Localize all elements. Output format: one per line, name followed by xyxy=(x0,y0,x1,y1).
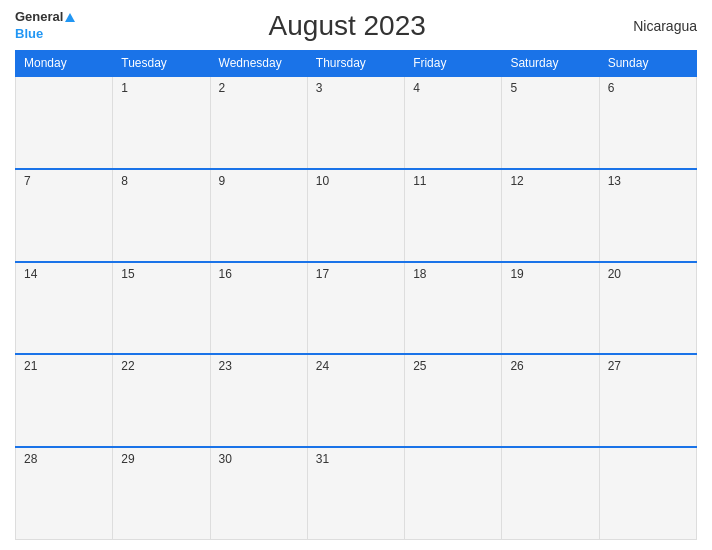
calendar-week-row: 28293031 xyxy=(16,447,697,540)
day-number: 25 xyxy=(413,359,426,373)
day-number: 20 xyxy=(608,267,621,281)
day-number: 30 xyxy=(219,452,232,466)
logo-general: General xyxy=(15,10,63,24)
calendar-day-cell: 4 xyxy=(405,76,502,169)
day-number: 1 xyxy=(121,81,128,95)
day-number: 14 xyxy=(24,267,37,281)
calendar-day-cell: 31 xyxy=(307,447,404,540)
calendar-day-cell: 20 xyxy=(599,262,696,355)
day-number: 23 xyxy=(219,359,232,373)
calendar-day-cell xyxy=(405,447,502,540)
calendar-day-cell: 14 xyxy=(16,262,113,355)
calendar-day-cell xyxy=(599,447,696,540)
calendar-day-cell xyxy=(16,76,113,169)
calendar-header-row: Monday Tuesday Wednesday Thursday Friday… xyxy=(16,51,697,77)
day-number: 16 xyxy=(219,267,232,281)
day-number: 27 xyxy=(608,359,621,373)
calendar-day-cell: 26 xyxy=(502,354,599,447)
calendar-table: Monday Tuesday Wednesday Thursday Friday… xyxy=(15,50,697,540)
calendar-day-cell: 29 xyxy=(113,447,210,540)
calendar-day-cell: 6 xyxy=(599,76,696,169)
calendar-day-cell: 7 xyxy=(16,169,113,262)
day-number: 6 xyxy=(608,81,615,95)
calendar-day-cell: 16 xyxy=(210,262,307,355)
logo-area: General Blue xyxy=(15,10,77,42)
calendar-day-cell: 27 xyxy=(599,354,696,447)
calendar-day-cell: 3 xyxy=(307,76,404,169)
col-sunday: Sunday xyxy=(599,51,696,77)
day-number: 26 xyxy=(510,359,523,373)
calendar-day-cell: 10 xyxy=(307,169,404,262)
calendar-day-cell: 15 xyxy=(113,262,210,355)
calendar-day-cell: 25 xyxy=(405,354,502,447)
col-monday: Monday xyxy=(16,51,113,77)
calendar-day-cell xyxy=(502,447,599,540)
day-number: 12 xyxy=(510,174,523,188)
calendar-week-row: 123456 xyxy=(16,76,697,169)
day-number: 28 xyxy=(24,452,37,466)
day-number: 15 xyxy=(121,267,134,281)
day-number: 8 xyxy=(121,174,128,188)
calendar-day-cell: 28 xyxy=(16,447,113,540)
calendar-week-row: 21222324252627 xyxy=(16,354,697,447)
calendar-day-cell: 11 xyxy=(405,169,502,262)
calendar-day-cell: 5 xyxy=(502,76,599,169)
day-number: 10 xyxy=(316,174,329,188)
day-number: 5 xyxy=(510,81,517,95)
calendar-day-cell: 17 xyxy=(307,262,404,355)
day-number: 24 xyxy=(316,359,329,373)
calendar-page: General Blue August 2023 Nicaragua Monda… xyxy=(0,0,712,550)
day-number: 9 xyxy=(219,174,226,188)
day-number: 7 xyxy=(24,174,31,188)
calendar-day-cell: 1 xyxy=(113,76,210,169)
calendar-day-cell: 12 xyxy=(502,169,599,262)
day-number: 17 xyxy=(316,267,329,281)
col-saturday: Saturday xyxy=(502,51,599,77)
day-number: 22 xyxy=(121,359,134,373)
day-number: 29 xyxy=(121,452,134,466)
calendar-day-cell: 9 xyxy=(210,169,307,262)
logo-blue: Blue xyxy=(15,26,43,41)
day-number: 4 xyxy=(413,81,420,95)
calendar-day-cell: 2 xyxy=(210,76,307,169)
day-number: 31 xyxy=(316,452,329,466)
calendar-week-row: 14151617181920 xyxy=(16,262,697,355)
day-number: 18 xyxy=(413,267,426,281)
logo-triangle-icon xyxy=(65,13,75,22)
calendar-day-cell: 22 xyxy=(113,354,210,447)
calendar-week-row: 78910111213 xyxy=(16,169,697,262)
calendar-day-cell: 19 xyxy=(502,262,599,355)
calendar-day-cell: 18 xyxy=(405,262,502,355)
calendar-day-cell: 24 xyxy=(307,354,404,447)
day-number: 21 xyxy=(24,359,37,373)
day-number: 13 xyxy=(608,174,621,188)
day-number: 2 xyxy=(219,81,226,95)
calendar-day-cell: 30 xyxy=(210,447,307,540)
month-title: August 2023 xyxy=(77,10,617,42)
calendar-day-cell: 13 xyxy=(599,169,696,262)
day-number: 19 xyxy=(510,267,523,281)
country-label: Nicaragua xyxy=(617,18,697,34)
calendar-day-cell: 23 xyxy=(210,354,307,447)
calendar-day-cell: 21 xyxy=(16,354,113,447)
day-number: 11 xyxy=(413,174,426,188)
col-thursday: Thursday xyxy=(307,51,404,77)
day-number: 3 xyxy=(316,81,323,95)
col-friday: Friday xyxy=(405,51,502,77)
col-tuesday: Tuesday xyxy=(113,51,210,77)
calendar-header: General Blue August 2023 Nicaragua xyxy=(15,10,697,42)
col-wednesday: Wednesday xyxy=(210,51,307,77)
calendar-day-cell: 8 xyxy=(113,169,210,262)
